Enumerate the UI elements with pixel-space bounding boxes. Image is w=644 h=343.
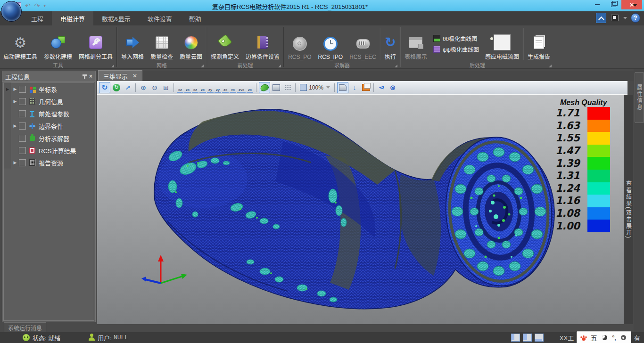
detect-angle-define-button[interactable]: 探测角定义 [207, 26, 242, 61]
view-orientation-button[interactable]: zx [222, 82, 229, 93]
checkbox[interactable] [19, 135, 26, 142]
view-orientation-button[interactable]: zx [184, 82, 191, 93]
checkbox[interactable] [19, 86, 26, 93]
view-orientation-button[interactable]: zx [247, 82, 253, 93]
execute-button[interactable]: ↻ 执行 [381, 26, 399, 61]
layout-wide-panel-button[interactable] [523, 334, 532, 342]
ime-halfwidth-moon-icon[interactable] [602, 335, 607, 340]
zoom-out-button[interactable]: ⊖ [149, 82, 160, 93]
quality-check-button[interactable]: 质量检查 [147, 26, 176, 61]
checkbox[interactable] [19, 122, 26, 130]
layers-button[interactable] [361, 82, 371, 93]
tree-item-report-resources[interactable]: ▶ 报告资源 [4, 156, 94, 169]
dialog-launcher-icon[interactable] [201, 65, 204, 67]
tabbar-overflow-icon[interactable] [633, 4, 637, 7]
clear-view-button[interactable]: ⊗ [388, 82, 398, 93]
expander-icon[interactable]: ▶ [11, 160, 19, 165]
checkbox[interactable] [19, 110, 26, 117]
menu-tab-data-display[interactable]: 数据&显示 [93, 11, 139, 25]
layout-left-panel-button[interactable] [511, 334, 520, 342]
dialog-launcher-icon[interactable] [278, 65, 281, 67]
property-info-tab[interactable]: 属性信息 [635, 72, 644, 123]
zoom-in-button[interactable]: ⊕ [138, 82, 149, 93]
checkbox[interactable] [19, 98, 26, 105]
ime-settings-gear-icon[interactable] [621, 335, 626, 340]
rotate-view-button[interactable]: ↻ [99, 82, 110, 93]
tab-3d-display[interactable]: 三维显示 ✕ [98, 70, 142, 81]
generate-report-button[interactable]: 生成报告 [524, 26, 553, 61]
induced-em-current-map-button[interactable]: 感应电磁流图 [482, 26, 522, 61]
close-button[interactable]: ✕ [621, 0, 642, 9]
view-results-strip[interactable]: 查看结果(双击展开) [624, 95, 633, 324]
menu-tab-settings[interactable]: 软件设置 [139, 11, 181, 25]
checkbox[interactable] [19, 159, 26, 166]
display-style-dropdown-icon[interactable] [623, 17, 627, 19]
theta-polarization-curve-button[interactable]: θθ极化曲线图 [433, 34, 479, 42]
viewport-3d-canvas[interactable]: Mesh Quality 1.711.631.551.471.391.311.2… [97, 95, 624, 324]
view-orientation-button[interactable]: zy [207, 82, 214, 93]
view-orientation-button[interactable]: xz [177, 82, 183, 93]
rcs-po-button[interactable]: RCS_PO [285, 26, 314, 61]
zoom-fit-button[interactable]: ⊞ [161, 82, 171, 93]
expander-icon[interactable]: ▶ [11, 123, 19, 128]
tree-item-coordinate-system[interactable]: ▶ ▶ 坐标系 [4, 83, 94, 95]
mesh-partition-tool-button[interactable]: 网格剖分工具 [75, 26, 116, 61]
minimize-button[interactable] [589, 0, 605, 9]
viewport-tab-bar: 三维显示 ✕ [97, 71, 634, 81]
table-display-button[interactable]: 表格展示 [401, 26, 430, 61]
ime-mode-indicator[interactable]: 五 [590, 333, 597, 343]
collapse-ribbon-icon[interactable] [596, 13, 606, 23]
dialog-launcher-icon[interactable] [111, 65, 114, 67]
tree-item-preprocess-params[interactable]: T 前处理参数 [4, 107, 94, 120]
refresh-view-button[interactable]: ↻ [111, 82, 122, 93]
view-orientation-button[interactable]: zy [215, 82, 221, 93]
pan-view-button[interactable]: ↗ [123, 82, 133, 93]
view-orientation-button[interactable]: xz [192, 82, 198, 93]
help-icon[interactable]: ? [631, 13, 640, 23]
app-logo[interactable] [1, 1, 22, 22]
drop-down-view-button[interactable]: ↓ [349, 82, 360, 93]
tree-item-rcs-results[interactable]: RCS计算结果 [4, 144, 94, 156]
restore-button[interactable] [605, 0, 621, 9]
dialog-launcher-icon[interactable] [549, 65, 552, 67]
points-view-button[interactable] [282, 82, 293, 93]
import-mesh-button[interactable]: 导入网格 [118, 26, 147, 61]
parametric-modeling-button[interactable]: 参数化建模 [41, 26, 75, 61]
close-panel-icon[interactable]: × [89, 73, 92, 80]
display-style-icon[interactable] [610, 13, 619, 23]
ime-logo-paw-icon[interactable] [582, 337, 586, 341]
tree-item-geometry-info[interactable]: ▶ 几何信息 [4, 95, 94, 107]
region-select-button[interactable] [337, 82, 348, 93]
legend-value: 1.08 [549, 207, 587, 219]
zoom-dropdown-icon[interactable] [326, 86, 330, 89]
tree-item-analysis-solver[interactable]: 分析求解器 [4, 132, 94, 144]
expander-icon[interactable]: ▶ [11, 99, 19, 104]
ime-toolbar[interactable]: 五 °, [577, 331, 631, 343]
tree-item-boundary-conditions[interactable]: ▶ 边界条件 [4, 120, 94, 132]
checkbox[interactable] [19, 147, 26, 154]
pin-icon[interactable] [84, 74, 85, 79]
menu-tab-help[interactable]: 帮助 [181, 11, 210, 25]
view-orientation-button[interactable]: zvx [237, 82, 246, 93]
wireframe-view-button[interactable] [271, 82, 281, 93]
project-tree: ▶ ▶ 坐标系 ▶ 几何信息 T 前处理参数 [3, 82, 94, 321]
share-button[interactable]: ⋖ [376, 82, 387, 93]
boundary-condition-settings-button[interactable]: 边界条件设置 [242, 26, 283, 61]
rcs-eec-button[interactable]: RCS_EEC [346, 26, 380, 61]
layout-bottom-panel-button[interactable] [535, 334, 544, 342]
dialog-launcher-icon[interactable] [395, 65, 397, 67]
ime-punctuation-icon[interactable]: °, [612, 334, 616, 341]
menu-tab-project[interactable]: 工程 [23, 11, 52, 25]
psi-polarization-curve-button[interactable]: ψψ极化曲线图 [433, 45, 479, 53]
menu-tab-em-compute[interactable]: 电磁计算 [52, 11, 93, 25]
rcs-ipo-button[interactable]: RCS_IPO [314, 26, 346, 61]
quality-cloud-button[interactable]: 质量云图 [176, 26, 206, 61]
view-orientation-button[interactable]: vx [230, 82, 236, 93]
launch-modeling-tool-button[interactable]: ⚙ 启动建模工具 [0, 26, 41, 61]
expander-icon[interactable]: ▶ [11, 87, 19, 91]
view-orientation-button[interactable]: zx [199, 82, 206, 93]
system-messages-tab[interactable]: 系统运行消息 [4, 322, 46, 333]
zoom-level-select[interactable]: 100% [298, 82, 332, 93]
close-tab-icon[interactable]: ✕ [132, 73, 137, 79]
shaded-view-button[interactable] [259, 82, 270, 93]
